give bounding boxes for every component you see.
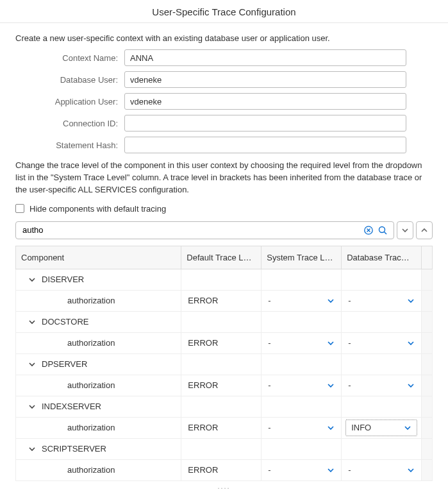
chevron-down-icon[interactable] xyxy=(407,466,415,474)
table-row: authorizationERROR-- xyxy=(16,459,433,480)
db-trace-value: - xyxy=(348,465,351,475)
input-app-user[interactable] xyxy=(124,93,406,110)
group-name: DISERVER xyxy=(42,275,84,284)
db-trace-dropdown[interactable]: - xyxy=(342,460,421,480)
default-trace-value: ERROR xyxy=(181,375,261,396)
table-row: authorizationERROR-- xyxy=(16,290,433,311)
system-trace-dropdown[interactable]: - xyxy=(261,460,341,480)
row-app-user: Application User: xyxy=(15,93,433,110)
component-name: authorization xyxy=(16,460,181,480)
component-name: authorization xyxy=(16,418,181,438)
search-icon[interactable] xyxy=(376,223,390,237)
col-system-trace[interactable]: System Trace L… xyxy=(261,246,342,269)
system-trace-dropdown[interactable]: - xyxy=(261,333,341,353)
group-name: DPSERVER xyxy=(42,359,87,369)
table-group-row[interactable]: SCRIPTSERVER xyxy=(16,438,433,459)
chevron-down-icon[interactable] xyxy=(327,382,335,389)
chevron-down-icon[interactable] xyxy=(28,275,37,284)
table-row: authorizationERROR-- xyxy=(16,332,433,353)
table-header-row: Component Default Trace L… System Trace … xyxy=(16,246,433,269)
dialog-title: User-Specific Trace Configuration xyxy=(0,0,448,23)
collapse-all-button[interactable] xyxy=(416,221,433,239)
chevron-down-icon[interactable] xyxy=(28,360,37,369)
db-trace-value: INFO xyxy=(351,423,371,432)
hide-default-label: Hide components with default tracing xyxy=(29,204,166,214)
db-trace-value: - xyxy=(348,338,351,348)
default-trace-value: ERROR xyxy=(181,291,261,311)
label-context-name: Context Name: xyxy=(15,53,124,63)
system-trace-dropdown[interactable]: - xyxy=(261,291,341,311)
chevron-down-icon[interactable] xyxy=(28,445,37,454)
table-group-row[interactable]: DPSERVER xyxy=(16,353,433,375)
system-trace-value: - xyxy=(268,296,270,305)
system-trace-dropdown[interactable]: - xyxy=(261,375,341,396)
label-conn-id: Connection ID: xyxy=(15,119,124,128)
col-db-trace[interactable]: Database Trac… xyxy=(342,246,422,269)
chevron-down-icon[interactable] xyxy=(327,339,335,347)
dialog-content: Create a new user-specific context with … xyxy=(0,23,448,492)
chevron-down-icon[interactable] xyxy=(404,424,411,432)
svg-point-1 xyxy=(379,226,385,232)
group-name: INDEXSERVER xyxy=(42,402,101,411)
system-trace-value: - xyxy=(268,380,270,390)
system-trace-value: - xyxy=(268,423,270,432)
chevron-down-icon[interactable] xyxy=(407,382,415,389)
row-context-name: Context Name: xyxy=(15,49,433,66)
col-default-trace[interactable]: Default Trace L… xyxy=(181,246,261,269)
label-app-user: Application User: xyxy=(15,97,124,106)
chevron-down-icon[interactable] xyxy=(327,466,335,474)
group-name: DOCSTORE xyxy=(42,317,88,327)
label-db-user: Database User: xyxy=(15,75,124,85)
chevron-down-icon[interactable] xyxy=(28,318,37,327)
col-scroll xyxy=(421,246,432,269)
component-name: authorization xyxy=(16,291,181,311)
default-trace-value: ERROR xyxy=(181,418,261,438)
input-stmt-hash[interactable] xyxy=(124,137,406,153)
resize-handle[interactable]: .... xyxy=(15,481,433,492)
component-name: authorization xyxy=(16,333,181,353)
trace-table: Component Default Trace L… System Trace … xyxy=(15,246,433,481)
label-stmt-hash: Statement Hash: xyxy=(15,140,124,150)
component-name: authorization xyxy=(16,375,181,396)
system-trace-value: - xyxy=(268,338,270,348)
row-stmt-hash: Statement Hash: xyxy=(15,137,433,153)
search-input[interactable] xyxy=(20,225,361,235)
table-group-row[interactable]: DOCSTORE xyxy=(16,311,433,332)
search-box xyxy=(15,221,394,239)
table-row: authorizationERROR-INFO xyxy=(16,417,433,438)
chevron-down-icon[interactable] xyxy=(407,339,415,347)
input-context-name[interactable] xyxy=(124,49,406,66)
system-trace-dropdown[interactable]: - xyxy=(261,418,341,438)
intro-text: Create a new user-specific context with … xyxy=(15,33,433,43)
chevron-down-icon[interactable] xyxy=(327,424,335,432)
default-trace-value: ERROR xyxy=(181,333,261,353)
clear-search-icon[interactable] xyxy=(361,223,376,237)
db-trace-dropdown[interactable]: - xyxy=(342,333,421,353)
hide-default-checkbox-row[interactable]: Hide components with default tracing xyxy=(15,204,433,214)
input-conn-id[interactable] xyxy=(124,115,406,131)
table-group-row[interactable]: INDEXSERVER xyxy=(16,396,433,417)
db-trace-value: - xyxy=(348,380,351,390)
system-trace-value: - xyxy=(268,465,270,475)
description-text: Change the trace level of the component … xyxy=(15,160,433,196)
col-component[interactable]: Component xyxy=(16,246,181,269)
db-trace-dropdown[interactable]: - xyxy=(342,375,421,396)
input-db-user[interactable] xyxy=(124,71,406,88)
expand-all-button[interactable] xyxy=(397,221,413,239)
default-trace-value: ERROR xyxy=(181,460,261,480)
row-conn-id: Connection ID: xyxy=(15,115,433,131)
chevron-down-icon[interactable] xyxy=(28,402,37,411)
db-trace-dropdown[interactable]: - xyxy=(342,291,421,311)
search-row xyxy=(15,221,433,239)
db-trace-value: - xyxy=(348,296,351,305)
hide-default-checkbox[interactable] xyxy=(15,204,24,213)
chevron-down-icon[interactable] xyxy=(407,297,415,305)
group-name: SCRIPTSERVER xyxy=(42,444,106,454)
table-group-row[interactable]: DISERVER xyxy=(16,269,433,290)
table-row: authorizationERROR-- xyxy=(16,375,433,396)
db-trace-select[interactable]: INFO xyxy=(345,420,417,436)
chevron-down-icon[interactable] xyxy=(327,297,335,305)
row-db-user: Database User: xyxy=(15,71,433,88)
